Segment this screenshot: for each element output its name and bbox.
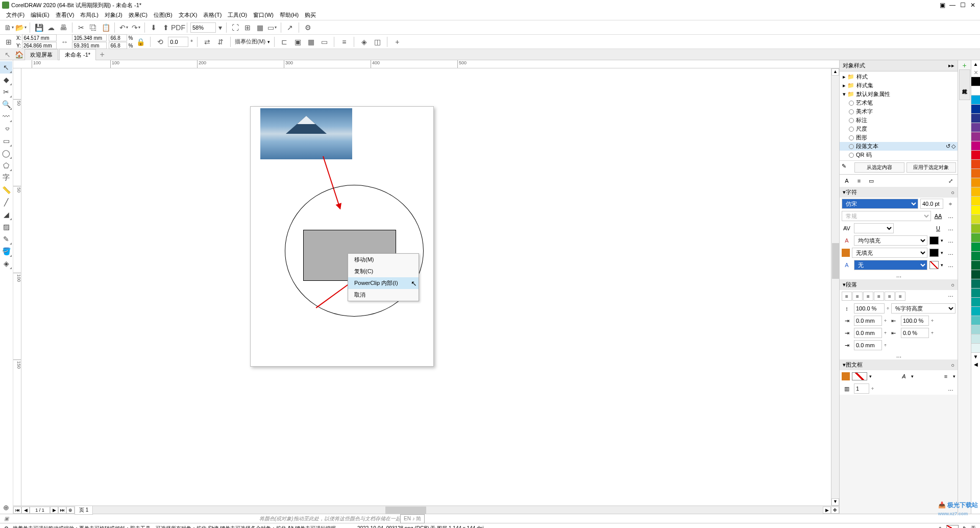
after-input[interactable] <box>901 316 929 326</box>
horizontal-ruler[interactable]: 100 100 200 300 400 500 <box>13 60 839 68</box>
color-swatch[interactable] <box>971 243 980 252</box>
object-styles-header[interactable]: 对象样式 ▸▸ <box>840 60 958 71</box>
reset-icon[interactable]: ↺ <box>946 143 950 150</box>
color-swatch[interactable] <box>971 151 980 160</box>
cut-button[interactable]: ✂ <box>76 22 87 33</box>
caps-icon[interactable]: AA <box>933 211 943 221</box>
menu-object[interactable]: 对象(J) <box>102 10 126 20</box>
ctx-cancel[interactable]: 取消 <box>348 289 419 301</box>
fill-mode-select[interactable]: 均匀填充 <box>854 235 927 246</box>
maximize-button[interactable]: ☐ <box>958 1 968 10</box>
artistic-tool[interactable]: ဗ <box>0 123 12 135</box>
rectangle-tool[interactable]: ▭ <box>0 135 12 147</box>
page-of[interactable]: 1 / 1 <box>30 507 50 514</box>
from-selection-button[interactable]: 从选定内容 <box>854 162 904 173</box>
paragraph-section[interactable]: ▾ 段落○ <box>840 279 958 290</box>
apply-selection-button[interactable]: 应用于选定对象 <box>906 162 957 173</box>
tree-stylesets[interactable]: ▸ 📁 样式集 <box>840 81 958 90</box>
line-spacing-input[interactable] <box>854 303 885 314</box>
align-none[interactable]: ≡ <box>842 292 852 301</box>
color-swatch[interactable] <box>971 206 980 215</box>
save-button[interactable]: 💾 <box>33 22 44 33</box>
horizontal-scrollbar[interactable] <box>94 507 822 514</box>
tree-styles[interactable]: ▸ 📁 样式 <box>840 73 958 81</box>
color-swatch[interactable] <box>971 123 980 132</box>
color-swatch[interactable] <box>971 197 980 206</box>
menu-text[interactable]: 文本(X) <box>176 10 201 20</box>
menu-edit[interactable]: 编辑(E) <box>28 10 53 20</box>
mirror-v-button[interactable]: ⇵ <box>215 36 226 47</box>
help-hint-icon[interactable]: ▣ <box>937 1 947 10</box>
align-force[interactable]: ≡ <box>895 292 905 301</box>
last-page[interactable]: ⏭ <box>58 507 66 514</box>
grid-button[interactable]: ▦ <box>254 22 265 33</box>
next-page[interactable]: ▶ <box>50 507 58 514</box>
align-justify[interactable]: ≡ <box>885 292 895 301</box>
resample-button[interactable]: ▣ <box>292 36 303 47</box>
expand-tool[interactable]: ⊕ <box>0 501 12 514</box>
text-direction-icon[interactable]: A <box>899 371 909 381</box>
char-a-icon[interactable]: A <box>842 176 852 186</box>
pick-icon[interactable]: ↖ <box>2 49 13 60</box>
freehand-tool[interactable]: 〰 <box>0 110 12 123</box>
add-button[interactable]: + <box>391 36 403 47</box>
close-button[interactable]: ✕ <box>968 1 978 10</box>
trace-bitmap-label[interactable]: 描摹位图(M) <box>235 38 266 45</box>
lock-ratio-button[interactable]: 🔒 <box>135 36 146 47</box>
bg-swatch[interactable] <box>929 249 939 257</box>
char-more[interactable]: … <box>894 272 904 278</box>
transparency-button[interactable]: ◫ <box>372 36 383 47</box>
font-family-select[interactable]: 仿宋 <box>842 199 918 209</box>
copy-button[interactable]: ⿻ <box>88 22 99 33</box>
frame-fill-swatch[interactable] <box>852 372 867 380</box>
outline-select[interactable]: 无 <box>854 260 927 270</box>
pos-y-input[interactable] <box>22 42 57 49</box>
para-more[interactable]: … <box>894 352 904 358</box>
menu-layout[interactable]: 布局(L) <box>77 10 101 20</box>
color-swatch[interactable] <box>971 261 980 270</box>
color-swatch[interactable] <box>971 279 980 289</box>
ruler-button[interactable]: ⊞ <box>242 22 253 33</box>
mirror-h-button[interactable]: ⇄ <box>202 36 213 47</box>
rect-button[interactable]: ▭ <box>318 36 330 47</box>
tree-dimension[interactable]: 尺度 <box>840 125 958 133</box>
ellipse-tool[interactable]: ◯ <box>0 147 12 159</box>
ctx-move[interactable]: 移动(M) <box>348 254 419 266</box>
crop-tool[interactable]: ✂ <box>0 86 12 98</box>
paste-button[interactable]: 📋 <box>100 22 111 33</box>
add-swatch-icon[interactable]: ▣ <box>4 516 9 521</box>
height-input[interactable] <box>72 42 107 49</box>
new-style-icon[interactable]: ✎ <box>841 162 852 173</box>
fill-tool[interactable]: 🪣 <box>0 245 12 257</box>
pick-tool[interactable]: ↖ <box>0 61 12 74</box>
color-swatch[interactable] <box>971 307 980 316</box>
scroll-down[interactable]: ▼ <box>831 498 839 506</box>
scroll-thumb[interactable] <box>832 243 839 279</box>
columns-input[interactable] <box>854 383 869 394</box>
options-button[interactable]: ⚙ <box>302 22 313 33</box>
polygon-tool[interactable]: ⬠ <box>0 159 12 172</box>
pdf-button[interactable]: PDF <box>173 22 184 33</box>
color-swatch[interactable] <box>971 187 980 197</box>
font-size-input[interactable] <box>920 199 943 209</box>
indent-left-input[interactable] <box>854 328 882 338</box>
ctx-copy[interactable]: 复制(C) <box>348 266 419 277</box>
width-input[interactable] <box>72 34 107 41</box>
color-well-bar[interactable]: ▣ 将颜色(或对象)拖动至此处，以便将这些颜色与文档存储在一起 EN ♪ 简 <box>0 514 980 523</box>
color-swatch[interactable] <box>971 289 980 298</box>
expand-icon[interactable]: ⤢ <box>945 176 955 186</box>
ctx-powerclip-inside[interactable]: PowerClip 内部(I) <box>348 277 419 289</box>
frame-section[interactable]: ▾ 图文框○ <box>840 359 958 370</box>
add-page[interactable]: ⊕ <box>66 507 75 514</box>
palette-flyout[interactable]: ◀ <box>971 361 980 368</box>
fill-swatch[interactable] <box>929 236 939 245</box>
menu-bitmap[interactable]: 位图(B) <box>151 10 176 20</box>
size-spinner[interactable]: ÷ <box>945 199 955 209</box>
angle-input[interactable] <box>168 37 188 47</box>
color-swatch[interactable] <box>971 95 980 105</box>
well-object-styles[interactable]: 对象样式 <box>959 69 970 100</box>
scale-x-input[interactable] <box>109 34 127 41</box>
scale-y-input[interactable] <box>109 42 127 49</box>
undo-button[interactable]: ↶ <box>118 22 129 33</box>
new-button[interactable]: 🗎 <box>3 22 14 33</box>
